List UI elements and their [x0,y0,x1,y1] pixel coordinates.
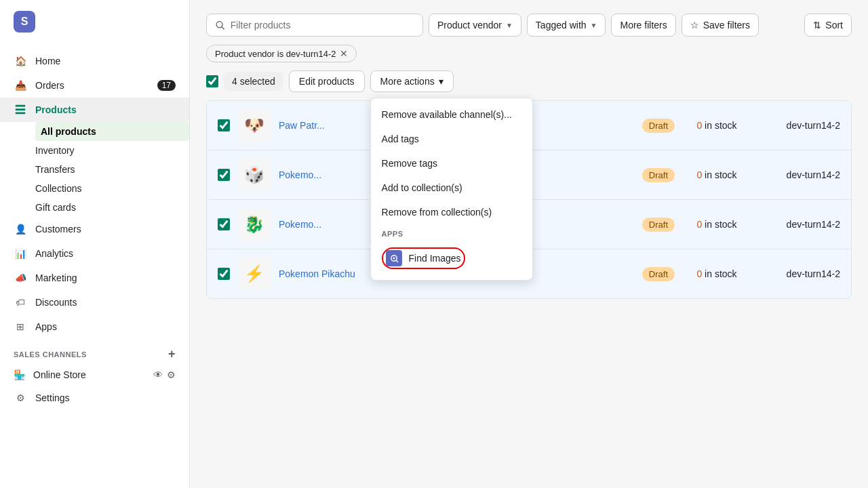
sales-channels-section: SALES CHANNELS + [0,339,189,364]
more-actions-dropdown: Remove available channel(s)... Add tags … [370,98,533,281]
find-images-highlight: Find Images [382,247,465,269]
product-thumbnail-2: 🎲 [238,159,271,191]
product-stock-4: 0 in stock [683,268,751,279]
row-checkbox-4[interactable] [218,268,230,280]
svg-line-4 [396,260,397,262]
product-vendor-label: Product vendor [437,20,502,30]
sidebar-item-apps[interactable]: ⊞ Apps [0,314,189,339]
sidebar-item-inventory[interactable]: Inventory [35,141,189,160]
sidebar-nav: 🏠 Home 📥 Orders 17 Products All products… [0,43,189,488]
main-content: Product vendor ▼ Tagged with ▼ More filt… [190,0,868,488]
add-tags-option[interactable]: Add tags [371,127,532,151]
add-collection-option[interactable]: Add to collection(s) [371,176,532,200]
sidebar: S 🏠 Home 📥 Orders 17 Products All produc… [0,0,190,488]
sidebar-item-products[interactable]: Products [0,98,189,122]
save-filters-star-icon: ☆ [690,20,699,30]
sort-label: Sort [825,20,843,30]
sidebar-item-analytics-label: Analytics [35,248,73,259]
online-store-label: Online Store [33,369,86,380]
sidebar-item-marketing-label: Marketing [35,272,77,283]
product-vendor-filter-button[interactable]: Product vendor ▼ [429,14,521,37]
toolbar: Product vendor ▼ Tagged with ▼ More filt… [206,14,852,37]
remove-filter-button[interactable]: ✕ [340,48,348,59]
more-filters-button[interactable]: More filters [611,14,675,37]
collections-label: Collections [35,183,81,194]
row-checkbox-1[interactable] [218,119,230,131]
sort-arrows-icon: ⇅ [813,20,821,30]
remove-tags-label: Remove tags [382,158,437,169]
sidebar-item-analytics[interactable]: 📊 Analytics [0,241,189,266]
search-input[interactable] [231,20,414,30]
remove-collection-label: Remove from collection(s) [382,207,492,218]
more-actions-label: More actions [380,76,435,87]
product-vendor-1: dev-turn14-2 [759,120,840,131]
search-icon [215,20,225,30]
sidebar-item-online-store[interactable]: 🏪 Online Store 👁 ⚙ [0,364,189,386]
sidebar-item-transfers[interactable]: Transfers [35,160,189,179]
product-status-4: Draft [642,267,675,281]
products-submenu: All products Inventory Transfers Collect… [0,122,189,217]
online-store-icon: 🏪 [14,369,25,380]
product-vendor-chevron-icon: ▼ [506,22,513,29]
online-store-gear-icon[interactable]: ⚙ [167,369,176,380]
product-thumbnail-1: 🐶 [238,109,271,142]
save-filters-button[interactable]: ☆ Save filters [682,14,759,37]
sidebar-item-home-label: Home [35,56,60,66]
sidebar-item-settings-label: Settings [35,392,70,403]
product-status-1: Draft [642,119,675,133]
discounts-icon: 🏷 [14,296,27,309]
save-filters-label: Save filters [703,20,750,30]
sidebar-item-apps-label: Apps [35,321,57,332]
edit-products-label: Edit products [299,76,355,87]
sidebar-item-marketing[interactable]: 📣 Marketing [0,266,189,290]
sidebar-item-orders-label: Orders [35,80,64,91]
svg-line-1 [222,27,224,29]
inventory-label: Inventory [35,145,75,156]
remove-tags-option[interactable]: Remove tags [371,151,532,176]
selected-count-label: 4 selected [224,72,283,91]
svg-point-3 [393,258,395,260]
tagged-with-chevron-icon: ▼ [591,22,597,29]
sidebar-item-customers[interactable]: 👤 Customers [0,217,189,241]
more-actions-container: More actions ▾ Remove available channel(… [370,70,454,92]
online-store-eye-icon[interactable]: 👁 [153,369,163,380]
active-filters: Product vendor is dev-turn14-2 ✕ [206,45,852,62]
products-icon [14,103,27,117]
orders-icon: 📥 [14,79,27,92]
tagged-with-label: Tagged with [536,20,587,30]
marketing-icon: 📣 [14,271,27,285]
find-images-option[interactable]: Find Images [371,241,532,276]
sidebar-item-settings[interactable]: ⚙ Settings [0,386,189,410]
tagged-with-filter-button[interactable]: Tagged with ▼ [527,14,606,37]
row-checkbox-2[interactable] [218,169,230,181]
product-status-2: Draft [642,168,675,182]
more-filters-label: More filters [620,20,667,30]
sidebar-item-collections[interactable]: Collections [35,179,189,198]
apps-section-title: APPS [371,224,532,241]
row-checkbox-3[interactable] [218,218,230,230]
sidebar-item-home[interactable]: 🏠 Home [0,49,189,73]
remove-channels-label: Remove available channel(s)... [382,109,512,120]
remove-collection-option[interactable]: Remove from collection(s) [371,200,532,224]
product-stock-3: 0 in stock [683,219,751,230]
all-products-label: All products [41,126,96,137]
sort-button[interactable]: ⇅ Sort [804,14,852,37]
add-tags-label: Add tags [382,134,419,144]
settings-icon: ⚙ [14,391,27,405]
customers-icon: 👤 [14,222,27,236]
select-all-checkbox[interactable] [206,75,218,87]
sidebar-item-orders[interactable]: 📥 Orders 17 [0,73,189,98]
product-thumbnail-4: ⚡ [238,258,271,290]
edit-products-button[interactable]: Edit products [289,70,365,92]
search-box[interactable] [206,14,423,37]
more-actions-button[interactable]: More actions ▾ [370,70,454,92]
product-thumbnail-3: 🐉 [238,208,271,241]
sidebar-item-all-products[interactable]: All products [35,122,189,141]
content-area: Product vendor ▼ Tagged with ▼ More filt… [190,0,868,488]
add-sales-channel-button[interactable]: + [168,347,176,361]
sidebar-item-gift-cards[interactable]: Gift cards [35,198,189,217]
gift-cards-label: Gift cards [35,202,76,213]
product-stock-1: 0 in stock [683,120,751,131]
remove-channels-option[interactable]: Remove available channel(s)... [371,102,532,127]
sidebar-item-discounts[interactable]: 🏷 Discounts [0,290,189,314]
